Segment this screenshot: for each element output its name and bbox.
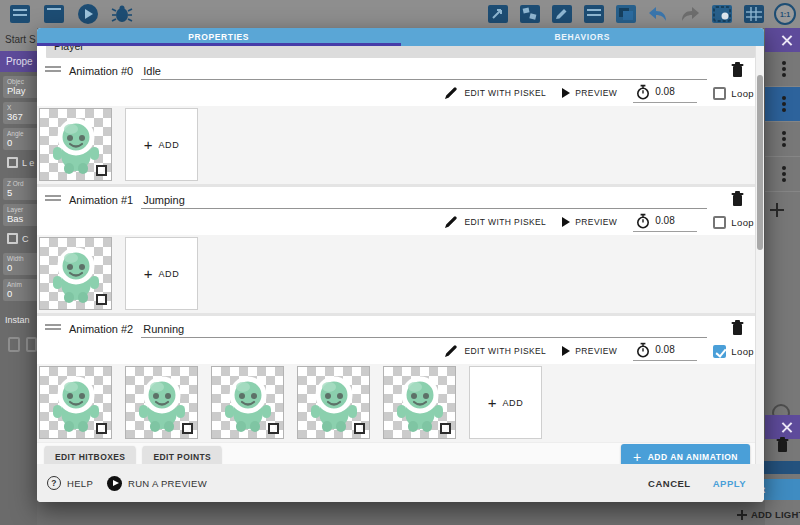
add-frame-button[interactable]: +ADD xyxy=(469,366,542,439)
add-animation-button[interactable]: + ADD AN ANIMATION xyxy=(621,444,750,465)
add-object-icon[interactable] xyxy=(486,3,510,25)
left-panel-field[interactable]: LayerBas xyxy=(3,204,37,226)
dialog-footer-row: EDIT HITBOXES EDIT POINTS + ADD AN ANIMA… xyxy=(37,442,764,464)
left-panel-field[interactable]: Z Ord5 xyxy=(3,178,37,200)
more-options-icon[interactable] xyxy=(782,172,786,176)
project-manager-icon[interactable] xyxy=(8,3,32,25)
loop-checkbox[interactable] xyxy=(713,345,726,358)
drag-handle-icon[interactable] xyxy=(45,66,61,74)
objects-group-icon[interactable] xyxy=(518,3,542,25)
drag-handle-icon[interactable] xyxy=(45,195,61,203)
object-list-item[interactable] xyxy=(765,52,800,87)
grid-icon[interactable] xyxy=(742,3,766,25)
close-icon[interactable] xyxy=(781,422,792,433)
left-panel-field[interactable]: Anim0 xyxy=(3,279,37,301)
zoom-1-1-icon[interactable]: 1:1 xyxy=(774,3,796,25)
loop-checkbox[interactable] xyxy=(713,87,726,100)
help-icon: ? xyxy=(47,476,61,490)
delete-animation-icon[interactable] xyxy=(729,61,746,78)
object-list-item-selected[interactable] xyxy=(765,87,800,122)
scrollbar-thumb[interactable] xyxy=(757,75,763,250)
help-button[interactable]: ?HELP xyxy=(47,476,93,490)
edit-points-button[interactable]: EDIT POINTS xyxy=(143,446,221,465)
frame-select-checkbox[interactable] xyxy=(268,423,279,434)
redo-icon[interactable] xyxy=(678,4,702,24)
more-options-icon[interactable] xyxy=(782,102,786,106)
loop-toggle[interactable]: Loop xyxy=(713,87,754,100)
object-list-item[interactable] xyxy=(765,157,800,192)
toolbar-left-group xyxy=(0,3,134,25)
animation-title: Animation #2 xyxy=(69,323,133,338)
left-panel-field[interactable]: Angle0 xyxy=(3,128,37,150)
frame-period-field[interactable]: 0.08 xyxy=(633,213,697,232)
frame-select-checkbox[interactable] xyxy=(96,423,107,434)
scene-window-icon[interactable] xyxy=(42,3,66,25)
frame-select-checkbox[interactable] xyxy=(440,423,451,434)
frame-select-checkbox[interactable] xyxy=(182,423,193,434)
animation-name-field[interactable]: Idle xyxy=(141,65,707,80)
frame-period-field[interactable]: 0.08 xyxy=(633,342,697,361)
edit-with-piskel-button[interactable]: EDIT WITH PISKEL xyxy=(443,85,546,101)
more-options-icon[interactable] xyxy=(782,67,786,71)
close-icon[interactable] xyxy=(781,35,792,46)
drag-handle-icon[interactable] xyxy=(45,324,61,332)
left-panel-field[interactable]: X367 xyxy=(3,102,37,124)
object-list-item[interactable] xyxy=(765,122,800,157)
delete-animation-icon[interactable] xyxy=(729,319,746,336)
frame-select-checkbox[interactable] xyxy=(354,423,365,434)
animation-frame-thumbnail[interactable] xyxy=(297,366,370,439)
left-panel-checkbox-row[interactable]: C xyxy=(3,230,37,250)
edit-with-piskel-button[interactable]: EDIT WITH PISKEL xyxy=(443,214,546,230)
preview-button[interactable]: PREVIEW xyxy=(562,88,617,98)
field-label: X xyxy=(7,104,37,111)
plus-icon[interactable] xyxy=(770,203,784,217)
left-panel-field[interactable]: ObjecPlay xyxy=(3,76,37,98)
animation-name-field[interactable]: Running xyxy=(141,323,707,338)
animation-name-field[interactable]: Jumping xyxy=(141,194,707,209)
animation-frame-thumbnail[interactable] xyxy=(383,366,456,439)
left-panel-field[interactable]: Width0 xyxy=(3,253,37,275)
loop-toggle[interactable]: Loop xyxy=(713,216,754,229)
frame-select-checkbox[interactable] xyxy=(96,294,107,305)
delete-animation-icon[interactable] xyxy=(729,190,746,207)
add-object-row[interactable] xyxy=(765,192,800,227)
add-lighting-layer-button[interactable]: ADD LIGHTING LAYER xyxy=(737,509,800,520)
scene-tab[interactable]: Start S xyxy=(0,28,37,51)
dialog-scrollbar[interactable] xyxy=(755,46,764,464)
object-name-field[interactable]: Player xyxy=(46,46,755,58)
layers-icon[interactable] xyxy=(614,3,638,25)
debug-icon[interactable] xyxy=(110,3,134,25)
checkbox-icon[interactable] xyxy=(7,233,18,244)
properties-list-icon[interactable] xyxy=(582,3,606,25)
preview-button[interactable]: PREVIEW xyxy=(562,217,617,227)
edit-hitboxes-button[interactable]: EDIT HITBOXES xyxy=(45,446,135,465)
animation-frame-thumbnail[interactable] xyxy=(211,366,284,439)
loop-toggle[interactable]: Loop xyxy=(713,345,754,358)
apply-button[interactable]: APPLY xyxy=(713,478,746,489)
tab-behaviors[interactable]: BEHAVIORS xyxy=(401,28,765,46)
delete-layer-icon[interactable] xyxy=(774,436,791,453)
left-panel-checkbox-row[interactable]: L e xyxy=(3,154,37,174)
edit-icon[interactable] xyxy=(550,3,574,25)
edit-with-piskel-button[interactable]: EDIT WITH PISKEL xyxy=(443,343,546,359)
frame-select-checkbox[interactable] xyxy=(96,165,107,176)
capture-icon[interactable] xyxy=(710,3,734,25)
undo-icon[interactable] xyxy=(646,4,670,24)
run-preview-button[interactable]: RUN A PREVIEW xyxy=(107,476,207,491)
loop-label: Loop xyxy=(731,346,754,357)
add-frame-button[interactable]: +ADD xyxy=(125,108,198,181)
preview-button[interactable]: PREVIEW xyxy=(562,346,617,356)
cancel-button[interactable]: CANCEL xyxy=(648,478,691,489)
loop-checkbox[interactable] xyxy=(713,216,726,229)
animation-frame-thumbnail[interactable] xyxy=(125,366,198,439)
animation-frame-thumbnail[interactable] xyxy=(39,237,112,310)
checkbox-icon[interactable] xyxy=(7,157,18,168)
frame-period-field[interactable]: 0.08 xyxy=(633,84,697,103)
more-options-icon[interactable] xyxy=(782,137,786,141)
animation-frame-thumbnail[interactable] xyxy=(39,366,112,439)
field-value: 367 xyxy=(7,111,37,122)
layer-row[interactable] xyxy=(760,461,800,474)
play-icon[interactable] xyxy=(76,3,100,25)
add-frame-button[interactable]: +ADD xyxy=(125,237,198,310)
animation-frame-thumbnail[interactable] xyxy=(39,108,112,181)
